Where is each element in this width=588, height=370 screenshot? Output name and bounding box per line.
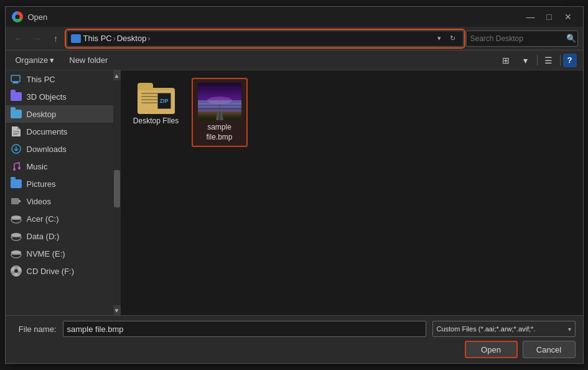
toolbar: ← → ↑ This PC › Desktop › ▾ ↻ 🔍 <box>6 27 583 50</box>
forward-icon: → <box>33 34 42 44</box>
address-dropdown-button[interactable]: ▾ <box>433 32 446 45</box>
scroll-up-arrow[interactable]: ▲ <box>113 70 121 80</box>
breadcrumb-sep2: › <box>147 34 150 43</box>
breadcrumb: This PC › Desktop › <box>83 34 431 43</box>
sidebar-label-3d-objects: 3D Objects <box>27 92 67 102</box>
file-type-dropdown-arrow: ▾ <box>568 326 571 333</box>
up-button[interactable]: ↑ <box>48 31 64 47</box>
downloads-icon <box>11 144 22 154</box>
svg-point-11 <box>18 167 21 169</box>
sidebar-item-downloads[interactable]: Downloads <box>6 140 113 158</box>
file-name-desktop-files: Desktop FIles <box>133 116 179 126</box>
title-controls: — □ ✕ <box>522 10 577 24</box>
main-content: This PC 3D Objects Desktop <box>6 70 583 315</box>
dialog-title: Open <box>28 12 48 22</box>
sidebar-label-pictures: Pictures <box>27 179 56 189</box>
sidebar-item-music[interactable]: Music <box>6 158 113 175</box>
filename-row: File name: Custom Files (*.aai;*.arw;*.a… <box>13 321 576 337</box>
breadcrumb-desktop[interactable]: Desktop <box>117 34 147 43</box>
svg-rect-26 <box>198 110 241 111</box>
scroll-thumb[interactable] <box>114 170 120 207</box>
sidebar-item-data-d[interactable]: Data (D:) <box>6 227 113 245</box>
new-folder-button[interactable]: New folder <box>65 54 111 67</box>
svg-marker-13 <box>19 199 21 203</box>
videos-icon <box>11 196 22 206</box>
view-grid-button[interactable]: ⊞ <box>497 53 515 68</box>
forward-button[interactable]: → <box>29 31 45 47</box>
up-icon: ↑ <box>54 34 58 44</box>
sidebar-item-documents[interactable]: Documents <box>6 123 113 140</box>
documents-icon <box>11 126 22 136</box>
sidebar-label-acer-c: Acer (C:) <box>27 214 59 224</box>
sidebar-label-downloads: Downloads <box>27 145 67 154</box>
bottom-bar: File name: Custom Files (*.aai;*.arw;*.a… <box>6 315 583 363</box>
help-button[interactable]: ? <box>563 54 577 67</box>
file-type-dropdown[interactable]: Custom Files (*.aai;*.arw;*.avif;*. ▾ <box>432 321 576 337</box>
view-divider2 <box>560 55 561 66</box>
svg-rect-2 <box>12 83 19 83</box>
maximize-button[interactable]: □ <box>541 10 558 24</box>
file-type-value: Custom Files (*.aai;*.arw;*.avif;*. <box>437 325 536 333</box>
list-view-icon: ☰ <box>544 55 553 65</box>
acer-c-icon <box>11 214 22 224</box>
view-list-button[interactable]: ☰ <box>540 53 558 68</box>
organize-chevron-icon: ▾ <box>50 55 54 65</box>
view-divider <box>537 55 538 66</box>
data-d-icon <box>11 231 22 241</box>
file-item-desktop-files[interactable]: ZIP Desktop FIles <box>128 78 184 147</box>
music-icon <box>11 161 22 171</box>
sidebar-item-acer-c[interactable]: Acer (C:) <box>6 210 113 227</box>
sidebar-item-3d-objects[interactable]: 3D Objects <box>6 88 113 105</box>
svg-point-19 <box>11 250 21 254</box>
file-item-sample-bmp[interactable]: sample file.bmp <box>192 78 248 147</box>
search-input[interactable] <box>470 34 564 43</box>
view-dropdown-icon: ▾ <box>523 55 528 65</box>
svg-point-15 <box>11 216 21 219</box>
breadcrumb-thispc[interactable]: This PC <box>83 34 112 43</box>
svg-rect-25 <box>198 106 241 108</box>
svg-marker-4 <box>17 126 21 130</box>
sidebar-item-pictures[interactable]: Pictures <box>6 175 113 192</box>
file-name-label: File name: <box>13 325 57 334</box>
this-pc-icon <box>11 74 22 84</box>
thumbnail-icon <box>198 83 241 120</box>
pictures-icon <box>11 179 22 189</box>
bottom-buttons: Open Cancel <box>13 341 576 358</box>
sidebar: This PC 3D Objects Desktop <box>6 70 113 315</box>
cd-drive-icon <box>11 266 22 276</box>
svg-rect-1 <box>13 82 18 83</box>
close-button[interactable]: ✕ <box>559 10 577 24</box>
pc-breadcrumb-icon <box>71 34 81 43</box>
breadcrumb-sep1: › <box>113 34 116 43</box>
svg-rect-0 <box>11 75 20 82</box>
file-area: ZIP Desktop FIles <box>121 70 583 315</box>
minimize-button[interactable]: — <box>522 10 539 24</box>
organize-button[interactable]: Organize ▾ <box>12 54 58 67</box>
address-bar[interactable]: This PC › Desktop › ▾ ↻ <box>67 31 464 47</box>
file-name-field[interactable] <box>63 321 426 337</box>
address-refresh-button[interactable]: ↻ <box>447 32 459 45</box>
scroll-track[interactable] <box>113 80 121 305</box>
sidebar-wrapper: This PC 3D Objects Desktop <box>6 70 121 315</box>
sidebar-label-documents: Documents <box>27 127 68 136</box>
svg-point-27 <box>207 97 232 104</box>
folder-icon: ZIP <box>138 83 175 114</box>
view-dropdown-button[interactable]: ▾ <box>517 53 534 68</box>
search-icon[interactable]: 🔍 <box>566 34 576 43</box>
sidebar-label-music: Music <box>27 162 48 171</box>
sidebar-item-desktop[interactable]: Desktop <box>6 105 113 123</box>
desktop-icon <box>11 109 22 119</box>
sidebar-scrollbar[interactable]: ▲ ▼ <box>113 70 121 315</box>
sidebar-item-cd-drive[interactable]: CD Drive (F:) <box>6 262 113 280</box>
sidebar-item-this-pc[interactable]: This PC <box>6 70 113 88</box>
chrome-icon <box>12 11 23 22</box>
open-dialog: Open — □ ✕ ← → ↑ This PC › Desktop › <box>5 6 584 364</box>
back-button[interactable]: ← <box>11 31 27 47</box>
sidebar-label-this-pc: This PC <box>27 75 55 84</box>
open-button[interactable]: Open <box>465 341 518 358</box>
sidebar-item-videos[interactable]: Videos <box>6 192 113 210</box>
3d-objects-icon <box>11 92 22 102</box>
scroll-down-arrow[interactable]: ▼ <box>113 305 121 315</box>
cancel-button[interactable]: Cancel <box>523 341 576 358</box>
sidebar-item-nvme-e[interactable]: NVME (E:) <box>6 245 113 262</box>
